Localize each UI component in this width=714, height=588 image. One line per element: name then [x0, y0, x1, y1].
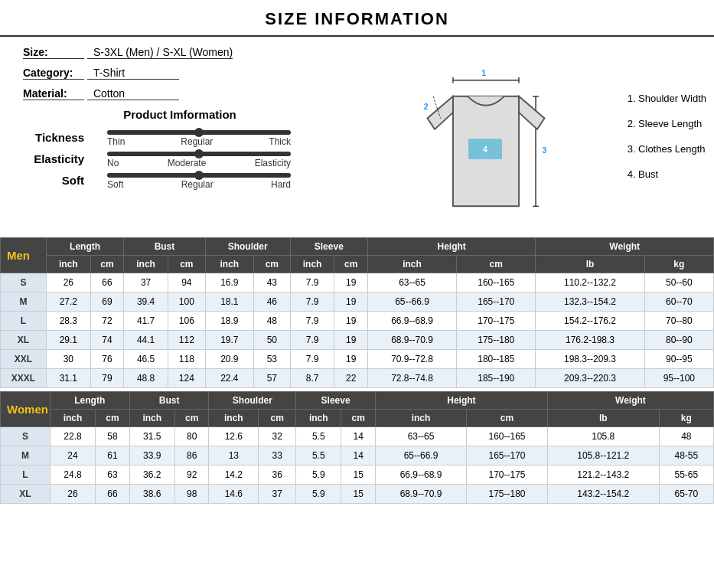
women-data-cell: 160--165: [467, 427, 548, 446]
men-size-cell: XXL: [1, 350, 47, 369]
men-data-cell: 132.3--154.2: [536, 292, 644, 312]
men-data-cell: 95--100: [644, 369, 713, 388]
women-data-cell: 13: [209, 446, 259, 466]
men-data-cell: 94: [168, 273, 205, 292]
men-bust-header: Bust: [124, 238, 205, 256]
elasticity-label-no: No: [107, 158, 119, 168]
men-data-cell: 74: [90, 331, 123, 350]
women-data-cell: 65-70: [659, 485, 713, 504]
table-row: XXL307646.511820.9537.91970.9--72.8180--…: [1, 350, 714, 369]
men-shoulder-cm: cm: [254, 256, 291, 273]
women-data-cell: 105.8--121.2: [547, 446, 659, 466]
women-data-cell: 68.9--70.9: [375, 485, 466, 504]
elasticity-label-moderate: Moderate: [168, 158, 207, 168]
women-data-cell: 143.2--154.2: [547, 485, 659, 504]
svg-text:2: 2: [423, 102, 428, 111]
women-shoulder-cm: cm: [259, 410, 296, 427]
women-data-cell: 33: [259, 446, 296, 466]
men-data-cell: 50: [254, 331, 291, 350]
men-data-cell: 185--190: [457, 369, 536, 388]
men-data-cell: 46: [254, 292, 291, 312]
men-length-inch: inch: [47, 256, 91, 273]
svg-text:3: 3: [542, 145, 546, 155]
right-diagram: 1 3 2: [352, 37, 714, 236]
men-length-header: Length: [47, 238, 124, 256]
women-height-cm: cm: [467, 410, 548, 427]
women-data-cell: 14: [341, 427, 376, 446]
soft-label: Soft: [23, 174, 92, 187]
material-label: Material:: [23, 87, 84, 100]
men-data-cell: 19: [334, 312, 367, 331]
men-data-cell: 160--165: [457, 273, 536, 292]
men-data-cell: 60--70: [644, 292, 713, 312]
men-height-inch: inch: [367, 256, 456, 273]
men-height-header: Height: [367, 238, 535, 256]
women-size-cell: S: [1, 427, 51, 446]
tshirt-diagram: 1 3 2: [352, 44, 620, 228]
elasticity-label: Elasticity: [23, 152, 92, 165]
tickness-row: Tickness Thin Regular Thick: [23, 127, 337, 147]
women-data-cell: 15: [341, 485, 376, 504]
men-data-cell: 118: [168, 350, 205, 369]
men-data-cell: 19: [334, 292, 367, 312]
category-label: Category:: [23, 67, 84, 80]
women-data-cell: 5.5: [296, 427, 341, 446]
attributes-section: Tickness Thin Regular Thick Ela: [23, 127, 337, 190]
women-data-cell: 86: [174, 446, 209, 466]
women-bust-inch: inch: [129, 410, 174, 427]
women-data-cell: 14.2: [209, 466, 259, 485]
women-data-cell: 14.6: [209, 485, 259, 504]
men-data-cell: 7.9: [290, 331, 334, 350]
tickness-indicator: [194, 128, 204, 137]
women-data-cell: 121.2--143.2: [547, 466, 659, 485]
women-data-cell: 80: [174, 427, 209, 446]
men-size-table: Men Length Bust Shoulder Sleeve Height W…: [0, 237, 714, 388]
women-data-cell: 5.5: [296, 446, 341, 466]
category-value: T-Shirt: [87, 67, 179, 80]
men-data-cell: 79: [90, 369, 123, 388]
women-data-cell: 98: [174, 485, 209, 504]
men-data-cell: 18.1: [205, 292, 253, 312]
men-data-cell: 22: [334, 369, 367, 388]
women-data-cell: 5.9: [296, 485, 341, 504]
men-data-cell: 7.9: [290, 292, 334, 312]
men-data-cell: 39.4: [124, 292, 168, 312]
men-data-cell: 110.2--132.2: [536, 273, 644, 292]
table-row: XL29.17444.111219.7507.91968.9--70.9175-…: [1, 331, 714, 350]
men-data-cell: 63--65: [367, 273, 456, 292]
men-data-cell: 53: [254, 350, 291, 369]
men-data-cell: 57: [254, 369, 291, 388]
women-data-cell: 22.8: [50, 427, 95, 446]
men-size-cell: S: [1, 273, 47, 292]
men-data-cell: 29.1: [47, 331, 91, 350]
tickness-label-regular: Regular: [181, 136, 213, 147]
elasticity-track: [107, 152, 291, 156]
women-data-cell: 48: [659, 427, 713, 446]
men-data-cell: 100: [168, 292, 205, 312]
men-data-cell: 124: [168, 369, 205, 388]
category-info-row: Category: T-Shirt: [23, 67, 337, 80]
tickness-label-thin: Thin: [107, 136, 125, 147]
men-data-cell: 70--80: [644, 312, 713, 331]
women-weight-lb: lb: [547, 410, 659, 427]
women-section-header: Women: [1, 392, 51, 427]
women-data-cell: 14: [341, 446, 376, 466]
men-data-cell: 90--95: [644, 350, 713, 369]
men-data-cell: 198.3--209.3: [536, 350, 644, 369]
men-data-cell: 69: [90, 292, 123, 312]
men-data-cell: 28.3: [47, 312, 91, 331]
men-size-cell: L: [1, 312, 47, 331]
women-weight-kg: kg: [659, 410, 713, 427]
soft-track: [107, 173, 291, 178]
women-data-cell: 170--175: [467, 466, 548, 485]
men-bust-cm: cm: [168, 256, 205, 273]
men-weight-lb: lb: [536, 256, 644, 273]
women-data-cell: 36.2: [129, 466, 174, 485]
women-size-cell: M: [1, 446, 51, 466]
women-data-cell: 37: [259, 485, 296, 504]
women-data-cell: 55-65: [659, 466, 713, 485]
men-data-cell: 180--185: [457, 350, 536, 369]
men-data-cell: 7.9: [290, 273, 334, 292]
soft-slider-labels: Soft Regular Hard: [107, 179, 291, 190]
women-data-cell: 61: [96, 446, 130, 466]
